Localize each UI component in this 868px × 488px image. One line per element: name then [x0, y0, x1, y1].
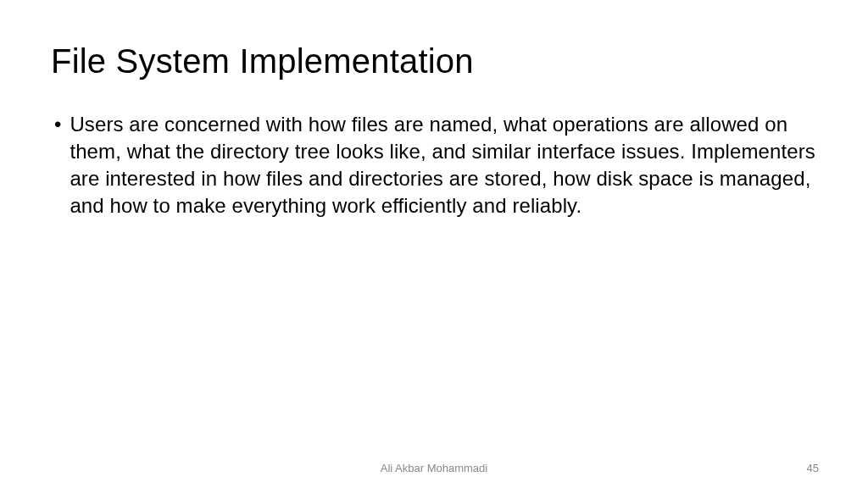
slide-footer: Ali Akbar Mohammadi	[0, 462, 868, 474]
slide-container: File System Implementation • Users are c…	[0, 0, 868, 488]
bullet-item: • Users are concerned with how files are…	[54, 111, 817, 219]
slide-title: File System Implementation	[51, 42, 817, 80]
bullet-marker-icon: •	[54, 111, 61, 138]
page-number: 45	[807, 462, 819, 474]
bullet-text: Users are concerned with how files are n…	[70, 111, 817, 219]
slide-content: • Users are concerned with how files are…	[51, 111, 817, 219]
footer-author: Ali Akbar Mohammadi	[381, 462, 487, 474]
